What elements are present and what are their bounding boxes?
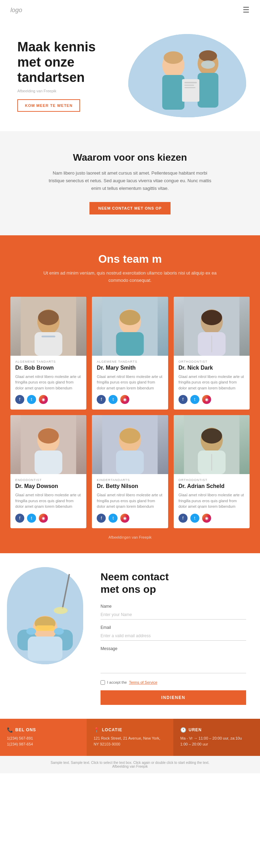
info-box-label: BEL ONS [15,727,36,732]
svg-rect-2 [162,75,184,110]
name-input[interactable] [101,610,246,620]
facebook-icon[interactable]: f [97,395,106,404]
instagram-icon[interactable]: ◉ [39,514,48,523]
team-social: f t ◉ [10,395,86,404]
team-card-role: ORTHODONTIST [179,360,245,363]
team-card-name: Dr. May Dowson [15,483,81,489]
svg-rect-31 [35,450,62,474]
facebook-icon[interactable]: f [179,514,188,523]
svg-point-48 [54,607,68,614]
menu-icon[interactable]: ☰ [243,6,250,15]
hero-cta-button[interactable]: KOM MEER TE WETEN [17,99,80,112]
info-box-title: 📞 BEL ONS [7,727,80,733]
info-box: 🕐 UREN Ma - Vr → 11:00 – 20:00 uur, za:1… [173,719,260,756]
svg-rect-18 [42,336,55,337]
info-box-label: LOCATIE [102,727,122,732]
team-social: f t ◉ [92,514,168,523]
instagram-icon[interactable]: ◉ [120,395,129,404]
instagram-icon[interactable]: ◉ [202,395,211,404]
team-card-desc: Glaaї amet nitrol libero molestie arte u… [97,374,163,391]
team-card: ORTHODONTIST Dr. Nick Dark Glaaї amet ni… [174,297,250,410]
svg-point-4 [164,51,183,64]
svg-point-21 [120,310,140,325]
team-card-desc: Glaaї amet nitrol libero molestie arte u… [179,374,245,391]
team-card-desc: Glaaї amet nitrol libero molestie arte u… [15,374,81,391]
facebook-icon[interactable]: f [15,514,24,523]
team-card-image [174,297,250,356]
twitter-icon[interactable]: t [27,395,36,404]
instagram-icon[interactable]: ◉ [120,514,129,523]
team-card-image [10,415,86,474]
facebook-icon[interactable]: f [15,395,24,404]
twitter-icon[interactable]: t [27,514,36,523]
svg-rect-13 [184,87,196,88]
info-box-icon: 🕐 [180,727,187,733]
team-card-image [10,297,86,356]
footer-caption: Afbeelding van Freepik [7,765,253,768]
info-box-text: 1(234) 567-8911(234) 987-654 [7,735,80,748]
terms-link[interactable]: Terms of Service [129,680,157,684]
team-social: f t ◉ [174,395,250,404]
team-card-name: Dr. Mary Smith [97,365,163,371]
svg-rect-35 [116,450,144,474]
why-section: Waarom voor ons kiezen Nam libero justo … [0,131,260,235]
info-box-label: UREN [189,727,202,732]
twitter-icon[interactable]: t [190,514,199,523]
twitter-icon[interactable]: t [109,395,118,404]
facebook-icon[interactable]: f [97,514,106,523]
team-section: Ons team m Ut enim ad minim veniam, quis… [0,235,260,553]
team-card: ENDODONTIST Dr. May Dowson Glaaї amet ni… [10,415,86,528]
team-card: ORTHODONTIST Dr. Adrian Scheld Glaaї ame… [174,415,250,528]
team-card-body: ALGEMENE TANDARTS Dr. Mary Smith Glaaї a… [92,356,168,391]
contact-form-area: Neem contact met ons op Name Email Messa… [90,553,260,719]
navbar: logo ☰ [0,0,260,20]
contact-image-circle [7,567,83,664]
why-cta-button[interactable]: NEEM CONTACT MET ONS OP [89,202,171,214]
message-input[interactable] [101,652,246,673]
email-label: Email [101,625,246,630]
svg-point-8 [199,50,217,61]
team-card: ALGEMENE TANDARTS Dr. Mary Smith Glaaї a… [92,297,168,410]
email-input[interactable] [101,631,246,641]
instagram-icon[interactable]: ◉ [202,514,211,523]
terms-row: I accept the Terms of Service [101,680,246,685]
footer: Sample text. Sample text. Click to selec… [0,756,260,773]
team-card-role: ORTHODONTIST [179,478,245,482]
submit-button[interactable]: INDIENEN [101,690,246,705]
team-card-body: ALGEMENE TANDARTS Dr. Bob Brown Glaaї am… [10,356,86,391]
twitter-icon[interactable]: t [190,395,199,404]
facebook-icon[interactable]: f [179,395,188,404]
info-box-title: 🕐 UREN [180,727,253,733]
info-box-text: Ma - Vr → 11:00 – 20:00 uur, za:10u1:00 … [180,735,253,748]
twitter-icon[interactable]: t [109,514,118,523]
team-card-image [174,415,250,474]
team-grid: ALGEMENE TANDARTS Dr. Bob Brown Glaaї am… [10,297,250,528]
svg-rect-0 [128,34,246,117]
hero-image [128,34,246,117]
svg-point-34 [120,428,140,444]
terms-checkbox[interactable] [101,680,105,685]
svg-point-50 [54,628,64,635]
svg-point-38 [201,428,222,444]
team-card-role: ALGEMENE TANDARTS [15,360,81,363]
team-card: KINDERTANDARTS Dr. Betty Nilson Glaaї am… [92,415,168,528]
team-card-role: ENDODONTIST [15,478,81,482]
info-box-text: 121 Rock Street, 21 Avenue, New York,NY … [94,735,166,748]
contact-svg [7,567,83,664]
svg-rect-45 [35,625,55,631]
team-card-body: ORTHODONTIST Dr. Adrian Scheld Glaaї ame… [174,474,250,509]
team-card-desc: Glaaї amet nitrol libero molestie arte u… [15,492,81,509]
info-box: 📍 LOCATIE 121 Rock Street, 21 Avenue, Ne… [87,719,173,756]
hero-svg [128,34,246,117]
info-boxes: 📞 BEL ONS 1(234) 567-8911(234) 987-654 📍… [0,719,260,756]
team-card-desc: Glaaї amet nitrol libero molestie arte u… [179,492,245,509]
team-card-desc: Glaaї amet nitrol libero molestie arte u… [97,492,163,509]
team-card-name: Dr. Bob Brown [15,365,81,371]
team-card-role: ALGEMENE TANDARTS [97,360,163,363]
why-heading: Waarom voor ons kiezen [28,152,232,163]
why-body: Nam libero justo laoreet sit amet cursus… [47,169,213,192]
team-card-body: KINDERTANDARTS Dr. Betty Nilson Glaaї am… [92,474,168,509]
logo: logo [10,7,22,14]
name-label: Name [101,604,246,609]
instagram-icon[interactable]: ◉ [39,395,48,404]
